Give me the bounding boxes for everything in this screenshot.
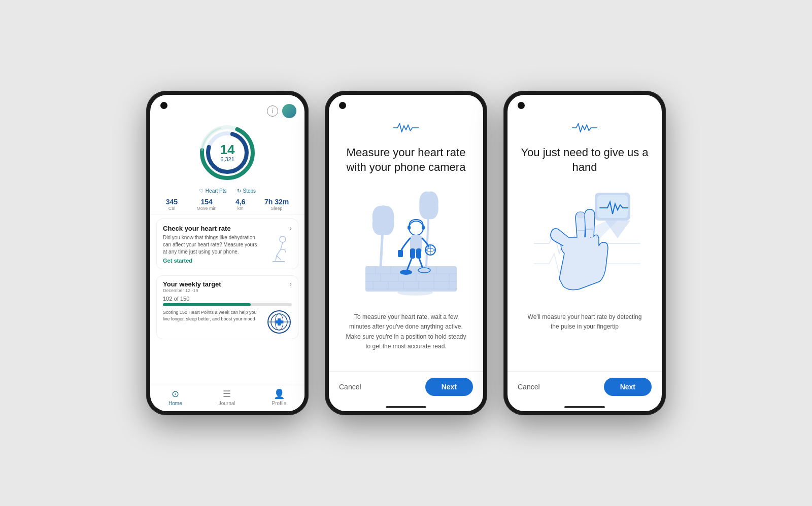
profile-nav-label: Profile: [272, 401, 286, 406]
svg-rect-48: [408, 226, 411, 230]
svg-point-47: [409, 221, 423, 235]
phones-container: i: [136, 81, 676, 425]
ring-center: 14 6,321: [220, 143, 235, 162]
onboard2-footer: Cancel Next: [507, 371, 662, 406]
move-label: Move min: [197, 206, 217, 211]
onboard2-next-button[interactable]: Next: [604, 378, 652, 396]
svg-line-7: [277, 249, 281, 256]
punch-hole-1: [160, 102, 167, 109]
weekly-card[interactable]: Your weekly target › December 12 -19 102…: [156, 275, 298, 339]
stat-cal: 345 Cal: [166, 198, 178, 211]
svg-point-42: [376, 205, 391, 231]
onboard1-screen: Measure your heart rate with your phone …: [329, 95, 483, 411]
svg-line-9: [285, 249, 286, 252]
home-header: i: [150, 95, 304, 120]
onboard1-content: Measure your heart rate with your phone …: [329, 95, 483, 371]
km-label: km: [235, 206, 245, 211]
weekly-title: Your weekly target: [163, 280, 221, 288]
nav-profile[interactable]: 👤 Profile: [272, 388, 286, 406]
pulse-icon-2: [572, 120, 597, 137]
weekly-body: Scoring 150 Heart Points a week can help…: [163, 309, 292, 335]
phone-onboard2-screen: You just need to give us a hand: [507, 95, 662, 411]
km-value: 4,6: [235, 198, 245, 206]
weekly-date: December 12 -19: [163, 288, 292, 293]
heart-icon: ♡: [199, 188, 204, 194]
heart-pts-value: 14: [220, 143, 235, 156]
punch-hole-3: [518, 102, 525, 109]
svg-rect-60: [597, 195, 628, 218]
svg-line-10: [276, 256, 277, 261]
onboard2-content: You just need to give us a hand: [507, 95, 662, 371]
svg-rect-53: [398, 250, 403, 257]
svg-rect-52: [416, 248, 421, 259]
home-icon: ⊙: [172, 388, 179, 400]
steps-text: Steps: [243, 188, 256, 194]
who-logo: [266, 309, 292, 335]
svg-point-58: [397, 290, 433, 296]
card-title: Check your heart rate: [163, 225, 231, 232]
onboard2-cancel-button[interactable]: Cancel: [518, 383, 540, 391]
stat-km: 4,6 km: [235, 198, 245, 211]
journal-icon: ☰: [223, 388, 231, 400]
nav-home[interactable]: ⊙ Home: [168, 388, 182, 406]
onboard1-next-button[interactable]: Next: [425, 378, 473, 396]
svg-point-57: [418, 268, 430, 273]
svg-rect-49: [422, 226, 425, 230]
stats-row: 345 Cal 154 Move min 4,6 km 7h 32m Sleep: [150, 195, 304, 214]
phone-onboard1-screen: Measure your heart rate with your phone …: [329, 95, 483, 411]
heart-pts-text: Heart Pts: [206, 188, 227, 194]
avatar[interactable]: [282, 104, 296, 118]
cal-label: Cal: [166, 206, 178, 211]
ring-container: 14 6,321: [150, 122, 304, 183]
journal-nav-label: Journal: [219, 401, 235, 406]
onboard1-title: Measure your heart rate with your phone …: [339, 146, 473, 174]
onboard1-footer: Cancel Next: [329, 371, 483, 406]
svg-point-56: [400, 270, 412, 275]
info-icon[interactable]: i: [267, 105, 278, 117]
sleep-value: 7h 32m: [264, 198, 289, 206]
steps-label: ↻ Steps: [237, 188, 256, 194]
svg-rect-18: [276, 320, 283, 323]
metric-labels: ♡ Heart Pts ↻ Steps: [150, 187, 304, 195]
stat-sleep: 7h 32m Sleep: [264, 198, 289, 211]
svg-line-11: [277, 256, 281, 260]
heart-rate-card[interactable]: Check your heart rate › Did you know tha…: [156, 219, 298, 269]
nav-journal[interactable]: ☰ Journal: [219, 388, 235, 406]
home-screen: i: [150, 95, 304, 411]
onboard2-screen: You just need to give us a hand: [507, 95, 662, 411]
phone-onboard1: Measure your heart rate with your phone …: [325, 91, 487, 415]
heart-pts-label: ♡ Heart Pts: [199, 188, 227, 194]
phone-home-screen: i: [150, 95, 304, 411]
svg-point-46: [422, 192, 436, 214]
sleep-label: Sleep: [264, 206, 289, 211]
get-started-link[interactable]: Get started: [163, 258, 261, 264]
svg-line-6: [281, 242, 283, 249]
card-body: Did you know that things like dehydratio…: [163, 234, 292, 264]
home-nav-label: Home: [168, 401, 182, 406]
profile-icon: 👤: [274, 388, 285, 400]
weekly-header: Your weekly target ›: [163, 280, 292, 288]
progress-bar: [163, 303, 292, 306]
home-indicator-3: [564, 406, 605, 408]
steps-icon: ↻: [237, 188, 241, 194]
svg-rect-19: [365, 266, 457, 292]
cal-value: 345: [166, 198, 178, 206]
hand-illustration: [529, 183, 640, 304]
svg-rect-51: [410, 248, 415, 259]
bottom-nav: ⊙ Home ☰ Journal 👤 Profile: [150, 385, 304, 411]
punch-hole-2: [339, 102, 346, 109]
phone-home: i: [146, 91, 309, 415]
heart-rate-illustration: [266, 234, 292, 260]
card-text: Did you know that things like dehydratio…: [163, 234, 261, 256]
card-header: Check your heart rate ›: [163, 224, 292, 232]
onboard1-description: To measure your heart rate, wait a few m…: [339, 312, 473, 351]
phone-onboard2: You just need to give us a hand: [503, 91, 666, 415]
arrow-icon: ›: [289, 224, 292, 232]
pulse-icon-1: [393, 120, 419, 137]
home-indicator-2: [386, 406, 426, 408]
onboard1-cancel-button[interactable]: Cancel: [339, 383, 361, 391]
onboard2-title: You just need to give us a hand: [518, 146, 652, 174]
onboard2-description: We'll measure your heart rate by detecti…: [518, 312, 652, 332]
progress-bar-fill: [163, 303, 251, 306]
move-value: 154: [197, 198, 217, 206]
